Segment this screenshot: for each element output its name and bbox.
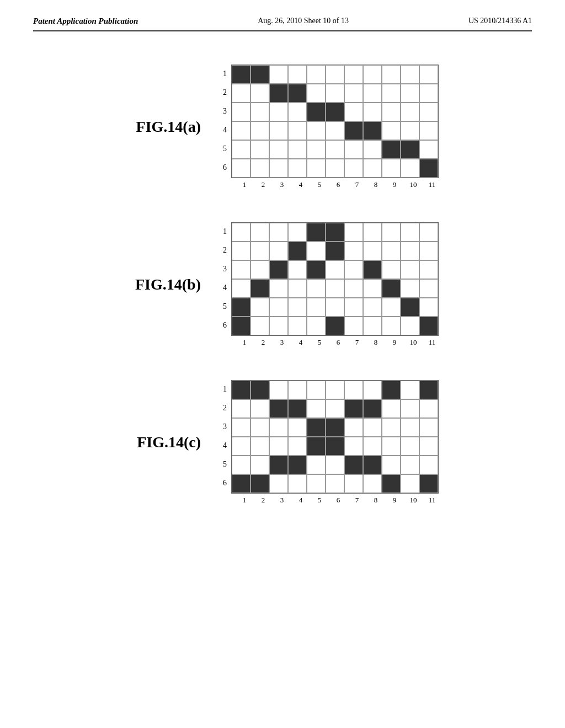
- cell-1-5-5: [326, 317, 344, 335]
- grid-2: [231, 380, 439, 494]
- cell-1-0-7: [363, 223, 382, 242]
- cell-0-2-10: [419, 103, 438, 121]
- row-label-2-2: 3: [223, 417, 229, 436]
- cell-1-4-10: [419, 298, 438, 317]
- cell-0-0-8: [382, 65, 401, 84]
- cell-0-4-7: [363, 140, 382, 159]
- cell-2-3-8: [382, 437, 401, 456]
- cell-0-1-5: [326, 84, 344, 103]
- cell-0-0-3: [288, 65, 307, 84]
- cell-0-4-10: [419, 140, 438, 159]
- header-patent-number: US 2010/214336 A1: [468, 17, 532, 25]
- cell-0-3-2: [269, 121, 288, 140]
- col-label-0-0: 1: [235, 180, 254, 189]
- cell-0-2-8: [382, 103, 401, 121]
- cell-2-3-10: [419, 437, 438, 456]
- cell-1-3-8: [382, 279, 401, 298]
- cell-1-3-9: [401, 279, 419, 298]
- cell-2-5-6: [344, 474, 363, 493]
- cell-2-2-9: [401, 418, 419, 437]
- cell-1-4-6: [344, 298, 363, 317]
- cell-1-0-8: [382, 223, 401, 242]
- cell-1-0-5: [326, 223, 344, 242]
- cell-0-5-6: [344, 159, 363, 178]
- cell-1-2-7: [363, 260, 382, 279]
- col-label-0-2: 3: [273, 180, 291, 189]
- cell-1-0-3: [288, 223, 307, 242]
- cell-0-0-4: [307, 65, 326, 84]
- cell-0-5-10: [419, 159, 438, 178]
- row-label-2-5: 6: [223, 474, 229, 493]
- header-publication-label: Patent Application Publication: [33, 17, 138, 26]
- col-label-0-5: 6: [329, 180, 348, 189]
- cell-2-0-5: [326, 381, 344, 399]
- cell-1-4-3: [288, 298, 307, 317]
- cell-2-3-6: [344, 437, 363, 456]
- col-label-2-1: 2: [254, 496, 273, 505]
- col-label-0-3: 4: [291, 180, 310, 189]
- cell-1-2-3: [288, 260, 307, 279]
- cell-1-2-1: [250, 260, 269, 279]
- cell-0-5-2: [269, 159, 288, 178]
- cell-2-1-4: [307, 399, 326, 418]
- col-label-2-8: 9: [385, 496, 404, 505]
- cell-0-3-10: [419, 121, 438, 140]
- cell-0-3-4: [307, 121, 326, 140]
- cell-0-3-1: [250, 121, 269, 140]
- cell-2-2-5: [326, 418, 344, 437]
- cell-0-2-2: [269, 103, 288, 121]
- cell-0-3-3: [288, 121, 307, 140]
- cell-0-4-2: [269, 140, 288, 159]
- cell-1-4-1: [250, 298, 269, 317]
- col-label-1-2: 3: [273, 338, 291, 347]
- cell-0-0-10: [419, 65, 438, 84]
- cell-2-4-10: [419, 456, 438, 474]
- cell-0-1-0: [232, 84, 250, 103]
- cell-0-2-9: [401, 103, 419, 121]
- row-labels-0: 123456: [223, 65, 229, 177]
- cell-0-1-8: [382, 84, 401, 103]
- grid-0: [231, 65, 439, 178]
- cell-2-2-0: [232, 418, 250, 437]
- cell-0-0-6: [344, 65, 363, 84]
- cell-2-0-10: [419, 381, 438, 399]
- cell-2-2-1: [250, 418, 269, 437]
- cell-0-2-4: [307, 103, 326, 121]
- cell-1-0-6: [344, 223, 363, 242]
- cell-1-4-4: [307, 298, 326, 317]
- col-label-0-9: 10: [404, 180, 423, 189]
- cell-1-1-7: [363, 242, 382, 260]
- cell-2-0-2: [269, 381, 288, 399]
- cell-1-0-4: [307, 223, 326, 242]
- cell-0-1-9: [401, 84, 419, 103]
- row-label-0-3: 4: [223, 121, 229, 140]
- cell-1-2-10: [419, 260, 438, 279]
- cell-2-5-10: [419, 474, 438, 493]
- cell-1-5-10: [419, 317, 438, 335]
- cell-0-0-9: [401, 65, 419, 84]
- cell-2-5-3: [288, 474, 307, 493]
- cell-1-1-1: [250, 242, 269, 260]
- cell-1-2-9: [401, 260, 419, 279]
- cell-2-0-4: [307, 381, 326, 399]
- cell-1-5-0: [232, 317, 250, 335]
- col-label-2-0: 1: [235, 496, 254, 505]
- row-label-2-4: 5: [223, 455, 229, 474]
- row-label-1-4: 5: [223, 297, 229, 316]
- cell-1-1-4: [307, 242, 326, 260]
- cell-0-0-0: [232, 65, 250, 84]
- cell-2-5-7: [363, 474, 382, 493]
- cell-0-3-8: [382, 121, 401, 140]
- cell-1-3-3: [288, 279, 307, 298]
- col-labels-0: 1234567891011: [235, 180, 441, 189]
- cell-2-1-8: [382, 399, 401, 418]
- col-label-2-6: 7: [348, 496, 366, 505]
- cell-2-0-6: [344, 381, 363, 399]
- cell-2-1-7: [363, 399, 382, 418]
- cell-2-3-0: [232, 437, 250, 456]
- figure-label-1: FIG.14(b): [124, 276, 201, 293]
- cell-1-5-1: [250, 317, 269, 335]
- cell-2-1-2: [269, 399, 288, 418]
- cell-2-0-8: [382, 381, 401, 399]
- cell-2-1-6: [344, 399, 363, 418]
